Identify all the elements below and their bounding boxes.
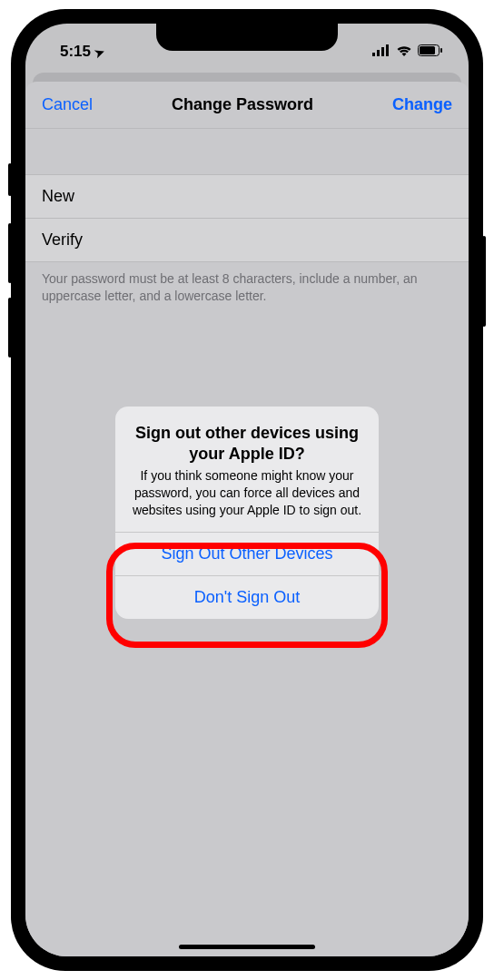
wifi-icon bbox=[396, 43, 412, 61]
sign-out-alert: Sign out other devices using your Apple … bbox=[115, 407, 379, 619]
home-indicator[interactable] bbox=[179, 945, 315, 949]
volume-up-button bbox=[8, 223, 12, 283]
change-password-sheet: Cancel Change Password Change New Verify… bbox=[25, 82, 469, 956]
svg-rect-3 bbox=[386, 44, 389, 56]
alert-title: Sign out other devices using your Apple … bbox=[130, 423, 364, 464]
phone-frame: 5:15 ➤ Cancel Change Password Change bbox=[11, 9, 483, 971]
battery-icon bbox=[418, 43, 443, 61]
power-button bbox=[482, 236, 486, 327]
svg-rect-2 bbox=[381, 47, 384, 56]
volume-down-button bbox=[8, 298, 12, 358]
alert-message: If you think someone might know your pas… bbox=[130, 467, 364, 519]
status-time: 5:15 bbox=[60, 43, 91, 61]
svg-rect-1 bbox=[377, 50, 380, 56]
svg-rect-6 bbox=[440, 48, 442, 53]
alert-backdrop: Sign out other devices using your Apple … bbox=[25, 82, 469, 956]
location-icon: ➤ bbox=[93, 44, 106, 60]
svg-rect-5 bbox=[420, 46, 435, 54]
dont-sign-out-button[interactable]: Don't Sign Out bbox=[115, 575, 379, 619]
cellular-icon bbox=[372, 43, 390, 61]
sign-out-other-devices-button[interactable]: Sign Out Other Devices bbox=[115, 532, 379, 575]
notch bbox=[156, 24, 338, 51]
mute-switch bbox=[8, 163, 12, 196]
svg-rect-0 bbox=[372, 53, 375, 56]
screen: 5:15 ➤ Cancel Change Password Change bbox=[25, 24, 469, 956]
